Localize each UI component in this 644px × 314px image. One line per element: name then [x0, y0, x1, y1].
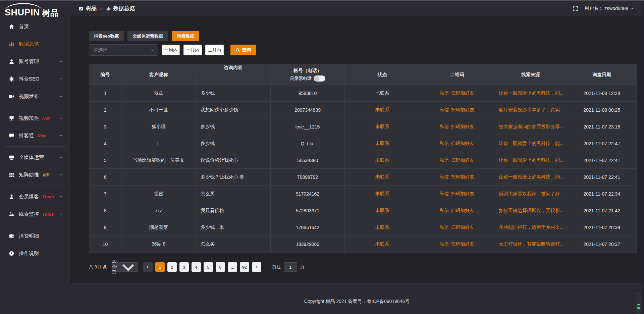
tab[interactable]: 全媒体运营数据	[127, 31, 168, 41]
qr-private-message-link[interactable]: 私信	[439, 141, 449, 147]
qr-private-message-link[interactable]: 私信	[439, 90, 449, 96]
sidebar-item[interactable]: 首页	[0, 18, 70, 35]
page-size-value: 10条/页	[112, 259, 117, 275]
tab[interactable]: 抖音seo数据	[89, 31, 124, 41]
cell-status: 未联系	[345, 236, 420, 253]
tab[interactable]: 询盘数据	[172, 31, 199, 41]
page-button[interactable]: 3	[179, 262, 189, 272]
range-button[interactable]: 一周内	[162, 45, 180, 55]
qr-private-message-link[interactable]: 私信	[439, 174, 449, 180]
cell-nickname: zzz	[121, 202, 196, 219]
cell-qr: 私信 扫码加好友	[420, 102, 494, 118]
phone-only-toggle[interactable]	[314, 75, 325, 82]
cell-nickname: 觉然	[121, 186, 196, 202]
search-icon	[235, 48, 240, 52]
cell-date: 2021-11-07 22:41	[567, 169, 636, 186]
cell-source-link[interactable]: 被大家追着问的客厅投影分享...	[494, 118, 568, 135]
col-nickname: 客户昵称	[121, 65, 196, 85]
sidebar-item[interactable]: 全媒体运营	[0, 149, 70, 166]
cell-source-link[interactable]: 让你一眼就爱上的黑科技，能...	[494, 135, 568, 152]
status-text: 未联系	[375, 174, 389, 180]
cell-date: 2021-11-07 20:37	[567, 236, 636, 253]
sidebar-item[interactable]: 线索监控 Tools	[0, 205, 70, 223]
page-button[interactable]: 6	[216, 262, 225, 272]
col-account: 帐号（电话） 只显示电话	[271, 65, 344, 85]
cell-content: 我想问这个多少钱	[196, 102, 271, 118]
username: zswodun88	[604, 6, 628, 11]
cell-nickname	[121, 169, 196, 186]
qr-private-message-link[interactable]: 私信	[439, 157, 449, 163]
qr-private-message-link[interactable]: 私信	[439, 191, 449, 197]
cell-source-link[interactable]: 感谢大家喜欢我家，被问了好...	[494, 186, 568, 202]
top-strip	[0, 0, 644, 1]
qr-private-message-link[interactable]: 私信	[439, 224, 449, 230]
sidebar-item[interactable]: 账号管理	[0, 53, 70, 70]
cell-nickname: 36度 8	[121, 236, 196, 253]
qr-scan-add-friend-link[interactable]: 扫码加好友	[451, 224, 474, 230]
table-row: 3 狐小狸 多少钱 love__1215 未联系 私信 扫码加好友 被大	[89, 118, 636, 135]
qr-private-message-link[interactable]: 私信	[439, 208, 449, 214]
cell-source-link[interactable]: 多功能护栏灯，适用于乡村文...	[494, 219, 568, 236]
qr-scan-add-friend-link[interactable]: 扫码加好友	[451, 157, 474, 163]
sidebar-item[interactable]: ? 操作说明	[0, 245, 70, 262]
range-button[interactable]: 一月内	[183, 45, 202, 55]
qr-private-message-link[interactable]: 私信	[439, 241, 449, 247]
qr-scan-add-friend-link[interactable]: 扫码加好友	[451, 208, 474, 214]
chevron-left-icon	[146, 265, 150, 269]
page-button[interactable]: 1	[155, 262, 165, 272]
gear-icon	[9, 76, 14, 82]
qr-scan-add-friend-link[interactable]: 扫码加好友	[451, 90, 474, 96]
fullscreen-icon[interactable]	[573, 6, 578, 11]
page-button[interactable]: ...	[228, 262, 237, 272]
chevron-down-icon	[630, 6, 634, 11]
sidebar-item-badge: Hot	[42, 116, 50, 121]
cell-status: 未联系	[345, 102, 420, 118]
user-menu[interactable]: 用户名： zswodun88	[584, 5, 634, 11]
range-button[interactable]: 三月内	[205, 45, 224, 55]
sidebar-item[interactable]: 矩阵助推 VIP	[0, 166, 70, 184]
cell-source-link[interactable]: 无主灯设计，智能磁吸轨道灯...	[494, 236, 568, 253]
filter-select[interactable]: 请选择	[89, 44, 158, 56]
next-page-button[interactable]	[252, 262, 261, 272]
qr-scan-add-friend-link[interactable]: 扫码加好友	[451, 241, 474, 247]
qr-scan-add-friend-link[interactable]: 扫码加好友	[451, 141, 474, 147]
sidebar-item[interactable]: 抖客通 New	[0, 127, 70, 144]
sidebar-item[interactable]: 视频加热 Hot	[0, 109, 70, 127]
toggle-knob	[314, 76, 319, 81]
cell-source-link[interactable]: 让你一眼就爱上的黑科技，能...	[494, 85, 568, 102]
qr-scan-add-friend-link[interactable]: 扫码加好友	[451, 191, 474, 197]
qr-private-message-link[interactable]: 私信	[439, 124, 449, 130]
page-button[interactable]: 2	[167, 262, 177, 272]
footer: Copyright 树品 2021 备案号：粤ICP备09019646号	[70, 283, 644, 314]
cell-source-link[interactable]: 如何正确选择投影仪，买投影...	[494, 202, 568, 219]
qr-scan-add-friend-link[interactable]: 扫码加好友	[451, 124, 474, 130]
cell-date: 2021-11-07 22:47	[567, 135, 636, 152]
qr-scan-add-friend-link[interactable]: 扫码加好友	[451, 107, 474, 113]
monitor-icon	[9, 155, 14, 160]
goto-page-input[interactable]	[284, 262, 297, 272]
query-button[interactable]: 查询	[230, 45, 256, 55]
cell-source-link[interactable]: 客厅安装投影半年多了，真实...	[494, 102, 568, 118]
sidebar-item[interactable]: 消费明细	[0, 227, 70, 245]
screen-icon	[9, 115, 14, 121]
sidebar-item-label: 账号管理	[19, 58, 39, 65]
page-size-select[interactable]: 10条/页	[112, 262, 138, 272]
range-buttons: 一周内 一月内 三月内	[162, 45, 224, 55]
sidebar-item[interactable]: 抖音SEO	[0, 70, 70, 88]
page-button[interactable]: 5	[204, 262, 213, 272]
cell-source-link[interactable]: 让你一眼就爱上的黑科技，能...	[494, 169, 568, 186]
sidebar-item[interactable]: 会员爆客 Tools	[0, 188, 70, 205]
sidebar-item[interactable]: 视频发布	[0, 88, 70, 105]
breadcrumb-root[interactable]: 树品	[86, 5, 97, 12]
qr-private-message-link[interactable]: 私信	[439, 107, 449, 113]
cell-source-link[interactable]: 让你一眼就爱上的黑科技，能...	[494, 152, 568, 169]
sidebar-item[interactable]: 数据总览	[0, 35, 70, 53]
sidebar-item-label: 数据总览	[19, 41, 39, 47]
scrollbar-track[interactable]	[642, 0, 644, 314]
cell-content: 多少钱	[196, 85, 271, 102]
chevron-down-icon	[59, 195, 63, 199]
page-button[interactable]: 92	[240, 262, 249, 272]
qr-scan-add-friend-link[interactable]: 扫码加好友	[451, 174, 474, 180]
page-button[interactable]: 4	[192, 262, 201, 272]
prev-page-button[interactable]	[143, 262, 153, 272]
